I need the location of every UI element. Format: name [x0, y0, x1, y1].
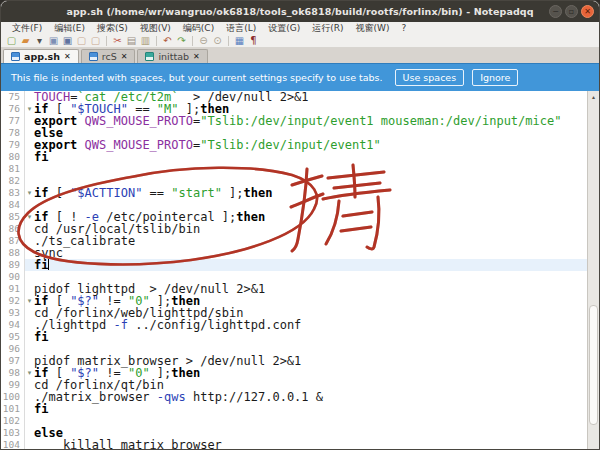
new-file-icon[interactable]: ▢: [5, 34, 18, 47]
tab-close-icon[interactable]: ✕: [193, 52, 200, 61]
fold-marker-icon[interactable]: ▾: [25, 187, 34, 199]
code-editor[interactable]: 75TOUCH=`cat /etc/t2m` > /dev/null 2>&17…: [1, 91, 599, 450]
title-bar[interactable]: app.sh (/home/wr/wangruo/ok6818/tools_ok…: [1, 1, 599, 22]
close-all-icon[interactable]: ▢: [89, 34, 102, 47]
floppy-save-icon: [11, 52, 20, 61]
code-text: fi: [34, 259, 49, 271]
tab-rcS[interactable]: rcS✕: [81, 49, 136, 63]
save-all-icon[interactable]: ▣: [61, 34, 74, 47]
open-dropdown-icon[interactable]: ▾: [33, 34, 46, 47]
menu-item-6[interactable]: 设置(G): [263, 22, 305, 34]
line-number: 75: [1, 91, 25, 103]
toolbar-separator: [192, 36, 193, 46]
line-number: 79: [1, 139, 25, 151]
fold-gutter: [25, 331, 34, 343]
code-line[interactable]: 88sync: [1, 247, 599, 259]
code-line[interactable]: 77export QWS_MOUSE_PROTO="Tslib:/dev/inp…: [1, 115, 599, 127]
fold-gutter: [25, 91, 34, 103]
open-folder-icon[interactable]: ▰: [19, 34, 32, 47]
line-number: 98: [1, 367, 25, 379]
tab-close-icon[interactable]: ✕: [64, 52, 71, 61]
menu-item-0[interactable]: 文件(F): [7, 22, 47, 34]
show-symbols-icon[interactable]: ¶: [247, 34, 260, 47]
line-number: 100: [1, 391, 25, 403]
fold-gutter: [25, 415, 34, 427]
tab-label: app.sh: [24, 51, 60, 62]
undo-icon[interactable]: ↶: [161, 34, 174, 47]
special-view-icon[interactable]: ▦: [233, 34, 246, 47]
fold-gutter: [25, 343, 34, 355]
line-number: 96: [1, 343, 25, 355]
toolbar: ▢▰▾▣▣▢▢✂▤▥↶↷⊖⊙▦¶: [1, 34, 599, 48]
tab-close-icon[interactable]: ✕: [121, 52, 128, 61]
line-number: 78: [1, 127, 25, 139]
code-line[interactable]: 94./lighttpd -f ../config/lighttpd.conf: [1, 319, 599, 331]
code-line[interactable]: 95fi: [1, 331, 599, 343]
code-line[interactable]: 102: [1, 415, 599, 427]
line-number: 93: [1, 307, 25, 319]
menu-item-7[interactable]: 运行(R): [307, 22, 348, 34]
fold-gutter: [25, 199, 34, 211]
minimize-button[interactable]: −: [549, 5, 562, 18]
code-line[interactable]: 87./ts_calibrate: [1, 235, 599, 247]
code-line[interactable]: 89fi: [1, 259, 599, 271]
notification-message: This file is indented with spaces, but y…: [11, 72, 383, 83]
code-line[interactable]: 83▾if [ "$ACTTION" == "start" ];then: [1, 187, 599, 199]
fold-gutter: [25, 427, 34, 439]
zoom-out-icon[interactable]: ⊖: [197, 34, 210, 47]
tab-bar: app.sh✕rcS✕inittab✕: [1, 48, 599, 63]
line-number: 92: [1, 295, 25, 307]
menu-item-2[interactable]: 搜索(S): [92, 22, 133, 34]
tab-app.sh[interactable]: app.sh✕: [3, 49, 79, 63]
code-text: killall matrix_browser: [34, 439, 222, 450]
menu-item-1[interactable]: 编辑(E): [49, 22, 90, 34]
cut-icon[interactable]: ✂: [111, 34, 124, 47]
scrollbar-thumb[interactable]: [589, 305, 598, 425]
code-line[interactable]: 100./matrix_browser -qws http://127.0.0.…: [1, 391, 599, 403]
code-line[interactable]: 81: [1, 163, 599, 175]
scroll-up-arrow[interactable]: ▴: [588, 92, 599, 101]
line-number: 84: [1, 199, 25, 211]
code-text: export QWS_MOUSE_PROTO="Tslib:/dev/input…: [34, 115, 561, 127]
fold-marker-icon[interactable]: ▾: [25, 295, 34, 307]
code-lines: 75TOUCH=`cat /etc/t2m` > /dev/null 2>&17…: [1, 91, 599, 450]
paste-icon[interactable]: ▥: [139, 34, 152, 47]
floppy-save-icon: [145, 52, 154, 61]
indentation-notification-bar: This file is indented with spaces, but y…: [1, 63, 599, 91]
vertical-scrollbar[interactable]: ▴: [587, 91, 599, 450]
menu-item-3[interactable]: 视图(V): [135, 22, 176, 34]
line-number: 95: [1, 331, 25, 343]
line-number: 104: [1, 439, 25, 450]
copy-icon[interactable]: ▤: [125, 34, 138, 47]
code-line[interactable]: 101fi: [1, 403, 599, 415]
line-number: 89: [1, 259, 25, 271]
zoom-reset-icon[interactable]: ⊙: [211, 34, 224, 47]
redo-icon[interactable]: ↷: [175, 34, 188, 47]
use-spaces-button[interactable]: Use spaces: [395, 69, 465, 86]
close-button[interactable]: ✕: [581, 5, 594, 18]
save-icon[interactable]: ▣: [47, 34, 60, 47]
window-title: app.sh (/home/wr/wangruo/ok6818/tools_ok…: [66, 6, 533, 17]
fold-gutter: [25, 139, 34, 151]
fold-gutter: [25, 163, 34, 175]
fold-gutter: [25, 379, 34, 391]
code-line[interactable]: 104 killall matrix_browser: [1, 439, 599, 450]
fold-gutter: [25, 403, 34, 415]
menu-item-5[interactable]: 语言(L): [221, 22, 261, 34]
toolbar-separator: [228, 36, 229, 46]
toolbar-separator: [106, 36, 107, 46]
menu-item-4[interactable]: 编码(C): [178, 22, 219, 34]
menu-item-8[interactable]: 视窗(W): [351, 22, 395, 34]
code-line[interactable]: 79export QWS_MOUSE_PROTO="Tslib:/dev/inp…: [1, 139, 599, 151]
fold-marker-icon[interactable]: ▾: [25, 211, 34, 223]
line-number: 101: [1, 403, 25, 415]
ignore-button[interactable]: Ignore: [472, 69, 518, 86]
close-doc-icon[interactable]: ▢: [75, 34, 88, 47]
fold-marker-icon[interactable]: ▾: [25, 103, 34, 115]
code-line[interactable]: 80fi: [1, 151, 599, 163]
menu-bar: 文件(F)编辑(E)搜索(S)视图(V)编码(C)语言(L)设置(G)运行(R)…: [1, 22, 599, 34]
menu-item-9[interactable]: ?: [396, 22, 411, 34]
maximize-button[interactable]: ▫: [565, 5, 578, 18]
fold-marker-icon[interactable]: ▾: [25, 367, 34, 379]
tab-inittab[interactable]: inittab✕: [137, 49, 207, 63]
